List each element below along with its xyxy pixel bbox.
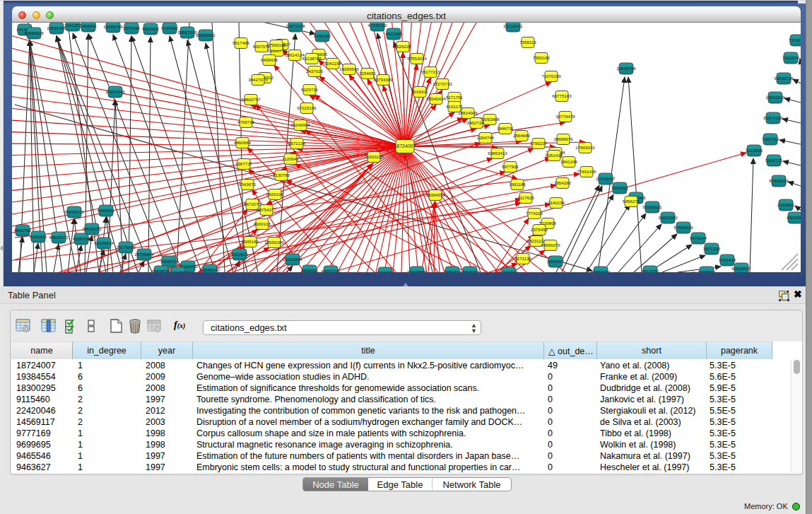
svg-text:4769795: 4769795 (237, 119, 255, 124)
svg-text:31831063: 31831063 (658, 215, 678, 220)
svg-text:90048665: 90048665 (407, 269, 427, 272)
svg-text:87490893: 87490893 (769, 178, 789, 183)
svg-text:9517485: 9517485 (233, 40, 250, 45)
svg-text:7774229: 7774229 (526, 211, 543, 216)
svg-text:10648784: 10648784 (616, 66, 636, 71)
svg-text:1841248: 1841248 (560, 159, 578, 164)
svg-text:77491435: 77491435 (577, 169, 596, 174)
svg-text:19289546: 19289546 (339, 66, 359, 71)
svg-text:23718431: 23718431 (503, 23, 523, 28)
svg-text:5041154: 5041154 (324, 61, 341, 66)
svg-text:25300215: 25300215 (364, 154, 384, 159)
svg-text:3154051: 3154051 (359, 71, 377, 76)
svg-text:38754377: 38754377 (257, 207, 276, 212)
svg-text:47295260: 47295260 (367, 23, 387, 28)
svg-text:2694522: 2694522 (611, 185, 629, 190)
svg-text:8090293: 8090293 (314, 33, 331, 38)
svg-text:8930103: 8930103 (254, 221, 271, 226)
svg-text:20053346: 20053346 (105, 89, 125, 94)
svg-text:24972279: 24972279 (499, 270, 519, 272)
svg-text:4335942: 4335942 (161, 25, 179, 30)
svg-text:7374122: 7374122 (789, 37, 801, 42)
svg-text:2016911: 2016911 (411, 89, 428, 94)
svg-text:4823498: 4823498 (787, 215, 801, 220)
svg-text:6261415: 6261415 (546, 153, 563, 158)
svg-text:60929647: 60929647 (731, 266, 751, 271)
svg-text:2166941: 2166941 (777, 202, 795, 207)
svg-text:2458591: 2458591 (80, 23, 98, 28)
svg-text:17270733: 17270733 (433, 81, 452, 86)
svg-text:95320121: 95320121 (642, 204, 662, 209)
svg-text:66775103: 66775103 (552, 93, 572, 98)
svg-text:1848731: 1848731 (497, 126, 514, 131)
svg-text:2839607: 2839607 (547, 259, 565, 264)
svg-text:81016525: 81016525 (168, 270, 188, 272)
svg-text:1987737: 1987737 (235, 161, 253, 166)
svg-text:7350753: 7350753 (762, 136, 779, 141)
svg-text:6543670: 6543670 (239, 182, 257, 187)
svg-text:55540424: 55540424 (426, 96, 446, 101)
svg-text:6440561: 6440561 (98, 208, 115, 213)
svg-text:2626229: 2626229 (394, 44, 412, 49)
svg-text:71070189: 71070189 (541, 74, 561, 78)
svg-text:10872248: 10872248 (286, 23, 305, 28)
svg-text:38538251: 38538251 (82, 226, 102, 231)
svg-text:8935169: 8935169 (242, 239, 259, 244)
svg-text:5918715: 5918715 (765, 158, 783, 163)
svg-text:57553014: 57553014 (407, 56, 427, 61)
svg-text:2375453: 2375453 (531, 227, 548, 232)
svg-text:18724007: 18724007 (394, 144, 416, 148)
svg-text:2564689: 2564689 (513, 133, 531, 138)
svg-text:3684052: 3684052 (301, 268, 319, 272)
svg-text:5171761: 5171761 (446, 95, 464, 100)
svg-text:6271130: 6271130 (514, 256, 531, 261)
svg-text:35556386: 35556386 (264, 240, 284, 245)
svg-text:26240908: 26240908 (290, 122, 310, 127)
svg-text:2130789: 2130789 (273, 173, 290, 177)
svg-text:4860684: 4860684 (234, 140, 252, 145)
svg-text:5479144: 5479144 (690, 235, 707, 240)
svg-text:84252722: 84252722 (321, 269, 341, 272)
svg-text:68353204: 68353204 (591, 269, 611, 272)
svg-text:14265799: 14265799 (103, 24, 123, 29)
svg-text:3871230: 3871230 (703, 246, 721, 251)
svg-text:83863413: 83863413 (488, 151, 507, 156)
svg-text:38427073: 38427073 (248, 77, 268, 82)
svg-text:27566185: 27566185 (266, 42, 286, 47)
svg-text:15831819: 15831819 (765, 95, 785, 100)
svg-text:2140194: 2140194 (548, 200, 565, 205)
svg-text:96028436: 96028436 (460, 269, 480, 272)
svg-text:39587039: 39587039 (177, 30, 197, 35)
svg-text:7455324: 7455324 (444, 269, 461, 272)
svg-text:29175900: 29175900 (116, 245, 136, 250)
svg-text:83793389: 83793389 (373, 77, 393, 82)
svg-text:81971316: 81971316 (763, 115, 783, 120)
svg-text:42868828: 42868828 (24, 30, 44, 35)
svg-text:2264748: 2264748 (477, 135, 495, 140)
svg-text:42138745: 42138745 (302, 56, 322, 61)
svg-text:9626108: 9626108 (266, 192, 284, 197)
svg-text:4117625: 4117625 (517, 195, 534, 200)
svg-text:97225156: 97225156 (297, 105, 317, 110)
svg-text:8612220: 8612220 (642, 269, 659, 272)
svg-text:5456272: 5456272 (623, 199, 640, 204)
svg-text:4903402: 4903402 (142, 26, 160, 31)
svg-text:5418934: 5418934 (698, 269, 716, 272)
svg-text:4539704: 4539704 (73, 236, 90, 241)
svg-text:68800797: 68800797 (241, 97, 261, 102)
svg-text:3790237: 3790237 (530, 141, 548, 146)
svg-text:89089901: 89089901 (196, 33, 216, 37)
svg-text:6672134: 6672134 (288, 141, 306, 146)
svg-text:28814949: 28814949 (458, 110, 478, 115)
svg-text:3741438: 3741438 (719, 257, 736, 262)
svg-text:2437026: 2437026 (306, 69, 324, 74)
svg-text:6438436: 6438436 (261, 57, 278, 62)
svg-text:2921859: 2921859 (377, 270, 394, 272)
svg-text:4191175: 4191175 (446, 104, 463, 109)
svg-text:5672073: 5672073 (244, 201, 261, 206)
svg-text:30776478: 30776478 (555, 114, 575, 119)
svg-text:57683626: 57683626 (673, 225, 693, 230)
svg-text:7550190: 7550190 (533, 55, 551, 60)
svg-text:4612365: 4612365 (385, 31, 403, 36)
svg-text:22201654: 22201654 (283, 257, 302, 262)
